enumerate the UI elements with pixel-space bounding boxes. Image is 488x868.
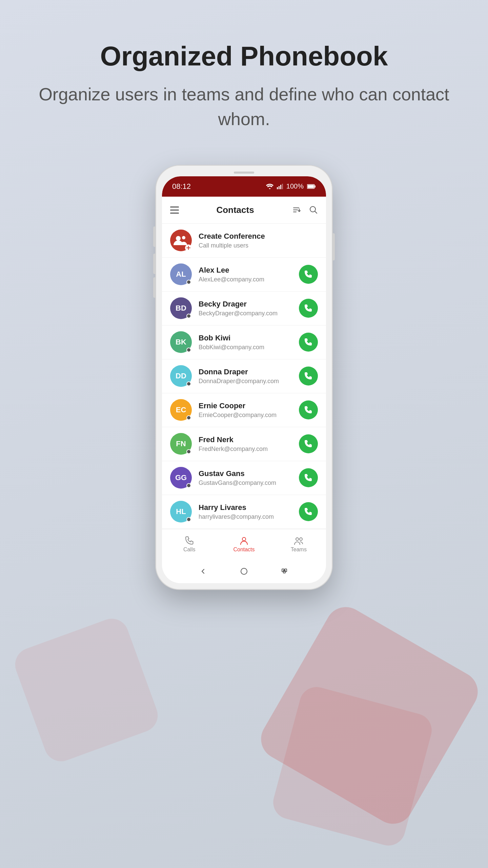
svg-point-11: [296, 538, 299, 540]
contact-avatar: BK: [170, 331, 192, 353]
plus-badge: [185, 244, 192, 251]
status-icons: 100%: [266, 182, 316, 190]
call-button[interactable]: [299, 468, 318, 487]
contact-email: harrylivares@company.com: [199, 513, 292, 520]
phone-icon: [304, 304, 313, 313]
svg-point-10: [242, 537, 246, 541]
wifi-icon: [266, 184, 273, 189]
contact-item[interactable]: DD Donna Draper DonnaDraper@company.com: [162, 359, 326, 393]
phone-icon: [304, 372, 313, 380]
contact-name: Fred Nerk: [199, 435, 292, 444]
status-time: 08:12: [172, 182, 191, 191]
search-icon[interactable]: [309, 205, 318, 214]
contact-name: Becky Drager: [199, 300, 292, 309]
svg-rect-0: [277, 187, 278, 189]
plus-icon: [186, 246, 190, 250]
svg-rect-1: [279, 186, 280, 189]
contact-info: Alex Lee AlexLee@company.com: [199, 266, 292, 283]
call-button[interactable]: [299, 299, 318, 318]
contact-info: Gustav Gans GustavGans@company.com: [199, 469, 292, 487]
menu-button[interactable]: [170, 206, 179, 214]
contact-name: Ernie Cooper: [199, 401, 292, 410]
status-dot: [186, 314, 191, 318]
phone-screen: 08:12 100%: [162, 176, 326, 583]
phone-notch: [234, 172, 254, 174]
status-dot: [186, 280, 191, 284]
android-nav: [162, 559, 326, 583]
recents-button[interactable]: [279, 565, 291, 577]
conference-name: Create Conference: [199, 232, 318, 241]
contact-list: Create Conference Call multiple users AL…: [162, 224, 326, 529]
nav-calls[interactable]: Calls: [162, 536, 217, 553]
call-button[interactable]: [299, 400, 318, 419]
nav-contacts[interactable]: Contacts: [217, 536, 271, 553]
call-button[interactable]: [299, 333, 318, 352]
nav-teams[interactable]: Teams: [271, 536, 326, 553]
back-button[interactable]: [197, 565, 209, 577]
battery-icon: [307, 184, 316, 189]
bottom-nav: Calls Contacts Teams: [162, 529, 326, 559]
back-icon: [199, 567, 207, 575]
home-button[interactable]: [238, 565, 250, 577]
calls-nav-label: Calls: [183, 547, 196, 553]
page-title: Organized Phonebook: [27, 41, 461, 72]
conference-icon: [174, 234, 188, 246]
contact-email: DonnaDraper@company.com: [199, 378, 292, 385]
contact-name: Gustav Gans: [199, 469, 292, 478]
teams-nav-icon: [294, 536, 303, 545]
contact-item[interactable]: EC Ernie Cooper ErnieCooper@company.com: [162, 393, 326, 427]
contact-email: BobKiwi@company.com: [199, 344, 292, 351]
call-button[interactable]: [299, 367, 318, 386]
contacts-container: AL Alex Lee AlexLee@company.com BD Becky…: [162, 258, 326, 529]
contact-avatar: HL: [170, 501, 192, 522]
contact-avatar: AL: [170, 263, 192, 285]
contact-info: Becky Drager BeckyDrager@company.com: [199, 300, 292, 317]
call-button[interactable]: [299, 434, 318, 453]
contact-avatar: GG: [170, 467, 192, 489]
status-bar: 08:12 100%: [162, 176, 326, 197]
app-title: Contacts: [216, 205, 254, 215]
contact-name: Donna Draper: [199, 368, 292, 376]
contact-name: Alex Lee: [199, 266, 292, 275]
svg-rect-2: [280, 185, 281, 189]
status-dot: [186, 415, 191, 420]
conference-subtitle: Call multiple users: [199, 242, 318, 249]
svg-point-13: [241, 568, 247, 574]
conference-avatar: [170, 230, 192, 251]
header-section: Organized Phonebook Organize users in te…: [0, 41, 488, 132]
contact-email: ErnieCooper@company.com: [199, 412, 292, 419]
conference-call-item[interactable]: Create Conference Call multiple users: [162, 224, 326, 258]
contact-name: Bob Kiwi: [199, 334, 292, 342]
contact-email: AlexLee@company.com: [199, 276, 292, 283]
top-bar-actions: [291, 205, 318, 215]
sort-icon[interactable]: [291, 205, 301, 215]
contact-email: GustavGans@company.com: [199, 479, 292, 487]
top-bar: Contacts: [162, 197, 326, 224]
contact-info: Harry Livares harrylivares@company.com: [199, 503, 292, 520]
contact-info: Donna Draper DonnaDraper@company.com: [199, 368, 292, 385]
signal-icon: [277, 184, 283, 189]
contact-item[interactable]: GG Gustav Gans GustavGans@company.com: [162, 461, 326, 495]
calls-nav-icon: [185, 536, 194, 545]
contact-info: Ernie Cooper ErnieCooper@company.com: [199, 401, 292, 419]
call-button[interactable]: [299, 265, 318, 284]
contact-name: Harry Livares: [199, 503, 292, 512]
conference-info: Create Conference Call multiple users: [199, 232, 318, 249]
call-button[interactable]: [299, 502, 318, 521]
svg-point-8: [176, 236, 181, 241]
contact-item[interactable]: BD Becky Drager BeckyDrager@company.com: [162, 292, 326, 326]
status-dot: [186, 483, 191, 488]
contact-item[interactable]: FN Fred Nerk FredNerk@company.com: [162, 427, 326, 461]
contacts-nav-icon: [239, 536, 249, 545]
svg-rect-6: [308, 185, 314, 188]
contact-item[interactable]: AL Alex Lee AlexLee@company.com: [162, 258, 326, 292]
phone-mockup: 08:12 100%: [156, 165, 332, 589]
contact-avatar: DD: [170, 365, 192, 387]
page-subtitle: Organize users in teams and define who c…: [27, 82, 461, 132]
contact-email: BeckyDrager@company.com: [199, 310, 292, 317]
contact-item[interactable]: BK Bob Kiwi BobKiwi@company.com: [162, 326, 326, 359]
svg-point-9: [182, 236, 185, 239]
contact-avatar: BD: [170, 297, 192, 319]
teams-nav-label: Teams: [291, 547, 307, 553]
contact-item[interactable]: HL Harry Livares harrylivares@company.co…: [162, 495, 326, 529]
